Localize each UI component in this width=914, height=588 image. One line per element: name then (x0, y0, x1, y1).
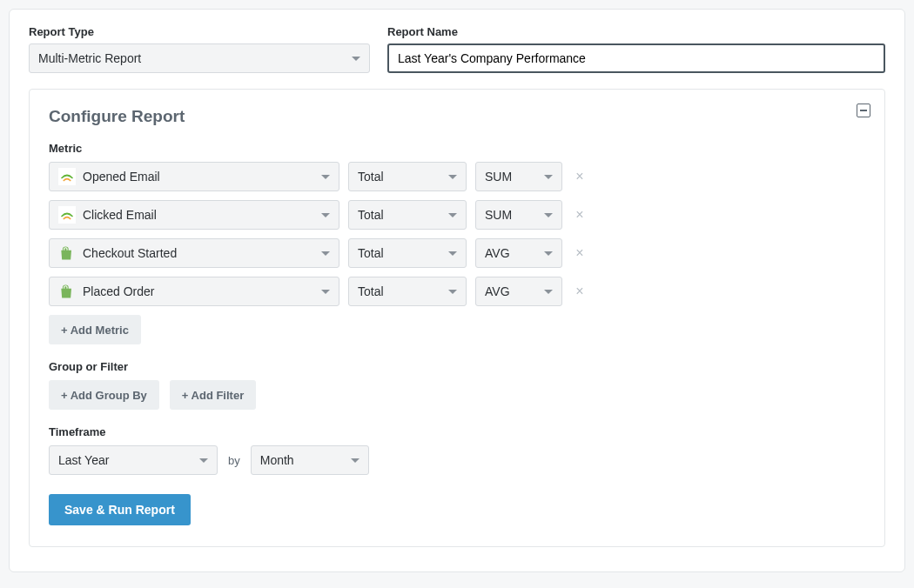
shopify-icon (58, 283, 76, 300)
remove-metric-icon[interactable]: × (571, 170, 588, 184)
chevron-down-icon (352, 57, 360, 61)
top-row: Report Type Multi-Metric Report Report N… (29, 25, 885, 73)
timeframe-section-label: Timeframe (49, 425, 865, 438)
metric-row: Clicked EmailTotalSUM× (49, 200, 865, 230)
chevron-down-icon (544, 251, 553, 256)
report-form-panel: Report Type Multi-Metric Report Report N… (9, 9, 905, 572)
chevron-down-icon (544, 175, 553, 179)
save-run-report-button[interactable]: Save & Run Report (49, 494, 191, 525)
chevron-down-icon (448, 175, 457, 179)
chevron-down-icon (351, 458, 360, 463)
chevron-down-icon (448, 251, 457, 256)
configure-report-title: Configure Report (49, 107, 865, 126)
add-group-by-button[interactable]: + Add Group By (49, 380, 159, 410)
chevron-down-icon (321, 175, 330, 179)
by-text: by (228, 454, 240, 467)
metric-agg-value: AVG (485, 246, 510, 260)
metric-agg-value: AVG (485, 284, 510, 298)
report-type-select[interactable]: Multi-Metric Report (29, 43, 370, 73)
klaviyo-icon (58, 168, 76, 185)
interval-select[interactable]: Month (251, 445, 369, 475)
klaviyo-icon (58, 206, 76, 224)
metric-name-value: Placed Order (83, 284, 154, 298)
interval-value: Month (260, 453, 294, 467)
report-name-label: Report Name (387, 25, 885, 38)
metric-agg-value: SUM (485, 170, 512, 184)
metric-name-value: Opened Email (83, 170, 160, 184)
metric-agg-select[interactable]: AVG (475, 277, 562, 306)
chevron-down-icon (448, 213, 457, 217)
metric-measure-value: Total (358, 284, 384, 298)
configure-report-card: Configure Report Metric Opened EmailTota… (29, 89, 885, 547)
metric-row: Checkout StartedTotalAVG× (49, 238, 865, 268)
metric-measure-value: Total (358, 246, 384, 260)
remove-metric-icon[interactable]: × (571, 284, 588, 298)
timeframe-value: Last Year (58, 453, 109, 467)
chevron-down-icon (321, 213, 330, 217)
report-type-field: Report Type Multi-Metric Report (29, 25, 370, 73)
metric-measure-select[interactable]: Total (348, 238, 467, 268)
metric-row: Opened EmailTotalSUM× (49, 162, 865, 191)
remove-metric-icon[interactable]: × (571, 246, 588, 260)
chevron-down-icon (544, 290, 553, 294)
shopify-icon (58, 244, 76, 262)
metric-agg-select[interactable]: AVG (475, 238, 562, 268)
metric-rows: Opened EmailTotalSUM×Clicked EmailTotalS… (49, 162, 865, 306)
metric-name-value: Checkout Started (83, 246, 177, 260)
timeframe-row: Last Year by Month (49, 445, 865, 475)
metric-agg-select[interactable]: SUM (475, 162, 562, 191)
report-type-label: Report Type (29, 25, 370, 38)
report-name-field: Report Name (387, 25, 885, 73)
metric-section-label: Metric (49, 142, 865, 155)
report-name-input[interactable] (387, 43, 885, 73)
chevron-down-icon (448, 290, 457, 294)
metric-measure-select[interactable]: Total (348, 200, 467, 230)
metric-measure-value: Total (358, 208, 384, 222)
timeframe-select[interactable]: Last Year (49, 445, 218, 475)
metric-name-select[interactable]: Checkout Started (49, 238, 339, 268)
add-metric-button[interactable]: + Add Metric (49, 315, 141, 344)
metric-agg-value: SUM (485, 208, 512, 222)
metric-measure-select[interactable]: Total (348, 277, 467, 306)
report-type-value: Multi-Metric Report (38, 51, 141, 65)
metric-row: Placed OrderTotalAVG× (49, 277, 865, 306)
remove-metric-icon[interactable]: × (571, 208, 588, 222)
collapse-icon[interactable] (857, 104, 870, 117)
chevron-down-icon (544, 213, 553, 217)
chevron-down-icon (321, 251, 330, 256)
metric-name-select[interactable]: Opened Email (49, 162, 339, 191)
metric-agg-select[interactable]: SUM (475, 200, 562, 230)
chevron-down-icon (321, 290, 330, 294)
chevron-down-icon (199, 458, 208, 463)
add-filter-button[interactable]: + Add Filter (170, 380, 256, 410)
metric-measure-value: Total (358, 170, 384, 184)
metric-measure-select[interactable]: Total (348, 162, 467, 191)
group-filter-section-label: Group or Filter (49, 360, 865, 373)
metric-name-select[interactable]: Placed Order (49, 277, 339, 306)
metric-name-value: Clicked Email (83, 208, 157, 222)
metric-name-select[interactable]: Clicked Email (49, 200, 339, 230)
